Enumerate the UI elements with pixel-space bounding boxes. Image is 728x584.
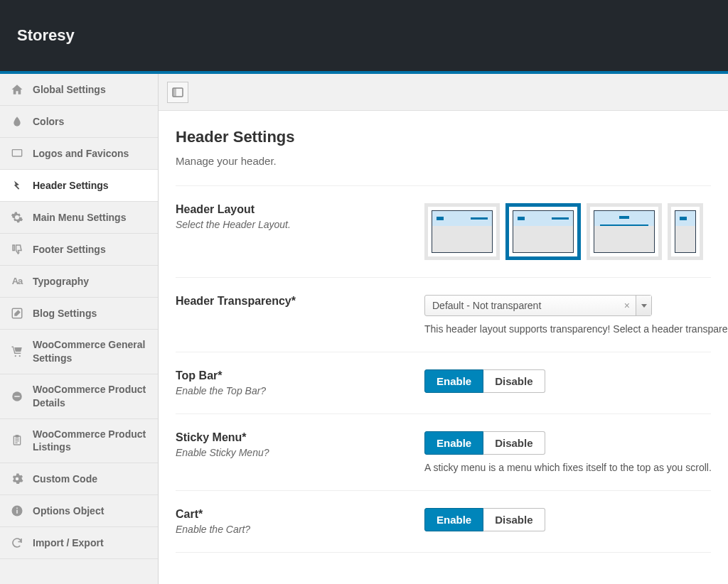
field-label: Sticky Menu* Enable Sticky Menu? [176,431,424,458]
field-control: Enable Disable [424,508,711,531]
sidebar-item-label: Footer Settings [33,243,106,256]
field-cart: Cart* Enable the Cart? Enable Disable [176,491,711,553]
sidebar-item-global-settings[interactable]: Global Settings [0,74,158,106]
top-bar-toggle: Enable Disable [424,369,545,393]
field-control: Enable Disable A sticky menu is a menu w… [424,431,711,473]
sidebar-item-import-export[interactable]: Import / Export [0,527,158,559]
sidebar-item-main-menu-settings[interactable]: Main Menu Settings [0,202,158,234]
sidebar-item-label: Custom Code [33,472,97,486]
sidebar-item-custom-code[interactable]: Custom Code [0,463,158,495]
sidebar-item-blog-settings[interactable]: Blog Settings [0,298,158,330]
field-title: Sticky Menu* [176,431,410,444]
section-subtitle: Manage your header. [176,155,711,167]
field-control [424,203,711,260]
main-layout: Global SettingsColorsLogos and FaviconsH… [0,74,728,584]
sidebar-item-footer-settings[interactable]: Footer Settings [0,234,158,266]
disable-button[interactable]: Disable [483,431,545,455]
settings-sidebar: Global SettingsColorsLogos and FaviconsH… [0,74,159,584]
field-control: Enable Disable [424,369,711,393]
disable-button[interactable]: Disable [483,369,545,393]
typography-icon: Aa [10,274,24,288]
sidebar-item-typography[interactable]: AaTypography [0,266,158,298]
edit-icon [10,306,24,320]
pointer-icon [10,178,24,193]
panel-content: Header Settings Manage your header. Head… [159,111,728,584]
drop-icon [10,114,24,129]
sidebar-item-header-settings[interactable]: Header Settings [0,170,158,202]
field-desc: Select the Header Layout. [176,219,410,230]
layout-option-3[interactable] [587,203,662,260]
field-title: Header Transparency* [176,295,410,308]
field-control: Default - Not transparent × This header … [424,295,711,335]
expand-icon [172,87,183,98]
cart-toggle: Enable Disable [424,508,545,531]
sticky-menu-toggle: Enable Disable [424,431,545,455]
field-label: Header Transparency* [176,295,424,310]
svg-point-3 [19,355,21,357]
svg-rect-7 [16,436,18,438]
expand-toolbar-button[interactable] [167,82,188,103]
sidebar-item-label: WooCommerce Product Listings [33,428,148,455]
sidebar-item-label: Options Object [33,504,104,518]
sidebar-item-label: Colors [33,115,64,129]
sidebar-item-woocommerce-product-details[interactable]: WooCommerce Product Details [0,374,158,419]
field-title: Top Bar* [176,369,410,382]
main-panel: Header Settings Manage your header. Head… [159,74,728,584]
sidebar-item-label: WooCommerce Product Details [33,383,148,410]
sidebar-item-label: Main Menu Settings [33,211,126,225]
field-header-transparency: Header Transparency* Default - Not trans… [176,278,711,352]
brand-title: Storesy [17,26,75,45]
chevron-down-icon [641,304,647,308]
enable-button[interactable]: Enable [424,508,483,531]
select-clear-icon[interactable]: × [619,300,636,311]
svg-rect-9 [16,510,18,514]
layout-option-2[interactable] [505,203,581,260]
svg-rect-5 [14,396,20,397]
field-label: Top Bar* Enable the Top Bar? [176,369,424,396]
select-value: Default - Not transparent [425,300,619,311]
circle-minus-icon [10,389,24,404]
sidebar-item-label: Import / Export [33,536,104,550]
sidebar-item-woocommerce-general-settings[interactable]: WooCommerce General Settings [0,330,158,374]
thumb-down-icon [10,242,24,256]
cog-icon [10,472,24,486]
sidebar-item-label: Global Settings [33,83,106,97]
enable-button[interactable]: Enable [424,431,483,455]
layout-option-4[interactable] [668,203,703,260]
clipboard-icon [10,433,24,448]
svg-rect-0 [12,150,21,156]
field-title: Cart* [176,508,410,521]
sidebar-item-colors[interactable]: Colors [0,106,158,138]
field-desc: Enable the Cart? [176,524,410,535]
sidebar-item-label: Blog Settings [33,307,97,320]
sidebar-item-woocommerce-product-listings[interactable]: WooCommerce Product Listings [0,419,158,464]
layout-option-1[interactable] [424,203,500,260]
field-title: Header Layout [176,203,410,216]
field-label: Header Layout Select the Header Layout. [176,203,424,230]
svg-point-2 [15,355,16,357]
sidebar-item-label: Header Settings [33,179,109,193]
app-header: Storesy [0,0,728,74]
field-desc: Enable Sticky Menu? [176,447,410,458]
sidebar-item-label: Typography [33,275,89,288]
field-header-layout: Header Layout Select the Header Layout. [176,185,711,278]
transparency-select[interactable]: Default - Not transparent × [424,295,652,316]
svg-rect-12 [173,88,176,97]
monitor-icon [10,146,24,161]
sidebar-item-options-object[interactable]: Options Object [0,495,158,527]
field-top-bar: Top Bar* Enable the Top Bar? Enable Disa… [176,352,711,414]
info-icon [10,504,24,518]
enable-button[interactable]: Enable [424,369,483,393]
gear-icon [10,210,24,225]
field-desc: Enable the Top Bar? [176,385,410,396]
sidebar-item-logos-and-favicons[interactable]: Logos and Favicons [0,138,158,170]
svg-rect-10 [16,508,18,509]
sidebar-item-label: Logos and Favicons [33,147,129,161]
cart-icon [10,345,24,359]
disable-button[interactable]: Disable [483,508,545,531]
select-arrow-button[interactable] [636,296,651,315]
field-label: Cart* Enable the Cart? [176,508,424,535]
section-title: Header Settings [176,128,711,146]
home-icon [10,82,24,97]
panel-toolbar [159,74,728,111]
